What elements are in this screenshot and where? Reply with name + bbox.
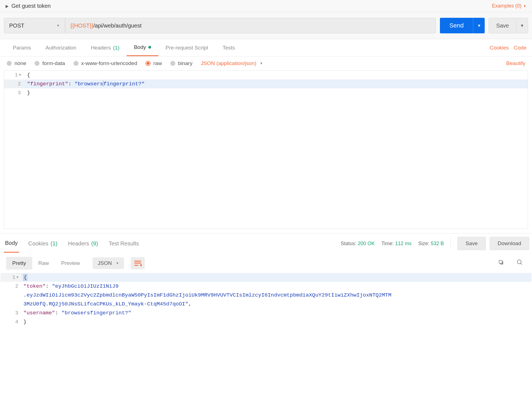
code-link[interactable]: Code xyxy=(514,45,526,51)
resp-tab-body[interactable]: Body xyxy=(4,234,19,253)
url-variable: {{HOST}} xyxy=(70,23,93,29)
http-method-value: POST xyxy=(9,23,24,29)
tab-params[interactable]: Params xyxy=(6,39,38,56)
send-options-dropdown[interactable]: ▼ xyxy=(473,18,485,33)
url-path: /api/web/auth/guest xyxy=(93,23,141,29)
tab-authorization[interactable]: Authorization xyxy=(38,39,83,56)
tab-body[interactable]: Body xyxy=(127,39,158,56)
response-view-row: Pretty Raw Preview JSON ▼ xyxy=(0,253,532,273)
wrap-lines-icon xyxy=(134,261,141,266)
view-pretty[interactable]: Pretty xyxy=(6,257,32,270)
save-response-button[interactable]: Save xyxy=(457,237,486,250)
beautify-link[interactable]: Beautify xyxy=(506,60,525,66)
svg-rect-1 xyxy=(499,260,502,263)
resp-tab-headers[interactable]: Headers (9) xyxy=(67,235,99,252)
tab-tests[interactable]: Tests xyxy=(215,39,242,56)
size-value: 532 B xyxy=(431,241,444,246)
request-title: Get guest token xyxy=(11,3,51,9)
save-button[interactable]: Save xyxy=(489,18,516,33)
download-response-button[interactable]: Download xyxy=(490,237,529,250)
request-body-editor[interactable]: 1▼ { 2 "fingerprint": "browsersfingerpri… xyxy=(4,70,528,229)
separator xyxy=(450,238,451,249)
svg-point-2 xyxy=(517,260,521,264)
request-tabs: Params Authorization Headers (1) Body Pr… xyxy=(0,39,532,56)
cookies-link[interactable]: Cookies xyxy=(490,45,509,51)
body-type-none[interactable]: none xyxy=(7,60,26,66)
body-type-x-www-form-urlencoded[interactable]: x-www-form-urlencoded xyxy=(73,60,137,66)
resp-tab-cookies[interactable]: Cookies (1) xyxy=(27,235,59,252)
examples-dropdown[interactable]: Examples (0) ▼ xyxy=(492,3,526,9)
examples-label: Examples (0) xyxy=(492,3,521,9)
send-button[interactable]: Send xyxy=(440,18,473,33)
response-meta: Status: 200 OK Time: 112 ms Size: 532 B xyxy=(341,241,444,247)
content-type-select[interactable]: JSON (application/json) ▼ xyxy=(201,60,263,66)
request-title-bar: ▶ Get guest token Examples (0) ▼ xyxy=(0,0,532,12)
view-preview[interactable]: Preview xyxy=(55,257,86,270)
response-format-select[interactable]: JSON ▼ xyxy=(93,257,124,269)
tab-headers[interactable]: Headers (1) xyxy=(83,39,127,56)
search-response-icon[interactable] xyxy=(514,257,526,269)
time-value: 112 ms xyxy=(395,241,412,246)
request-url-row: POST ▼ {{HOST}}/api/web/auth/guest Send … xyxy=(0,12,532,39)
modified-dot-icon xyxy=(148,46,151,49)
view-mode-segment: Pretty Raw Preview xyxy=(6,257,86,270)
body-type-raw[interactable]: raw xyxy=(146,60,162,66)
save-button-group: Save ▼ xyxy=(489,18,528,33)
toggle-wrap-button[interactable] xyxy=(131,257,145,269)
response-body-viewer[interactable]: 1▼ { 2 "token": "eyJhbGciOiJIUzI1NiJ9 .e… xyxy=(1,273,531,326)
tab-prerequest[interactable]: Pre-request Script xyxy=(158,39,215,56)
view-raw[interactable]: Raw xyxy=(32,257,55,270)
http-method-select[interactable]: POST ▼ xyxy=(4,18,65,33)
svg-line-3 xyxy=(521,263,522,265)
response-header: Body Cookies (1) Headers (9) Test Result… xyxy=(0,233,532,253)
save-options-dropdown[interactable]: ▼ xyxy=(516,18,528,33)
fold-icon[interactable]: ▼ xyxy=(19,73,21,77)
copy-response-icon[interactable] xyxy=(495,258,507,269)
request-url-input[interactable]: {{HOST}}/api/web/auth/guest xyxy=(65,18,436,33)
body-type-row: none form-data x-www-form-urlencoded raw… xyxy=(0,56,532,70)
chevron-down-icon: ▼ xyxy=(523,4,526,8)
send-button-group: Send ▼ xyxy=(440,18,485,33)
chevron-down-icon: ▼ xyxy=(116,261,119,265)
fold-icon[interactable]: ▼ xyxy=(16,276,18,279)
status-value: 200 OK xyxy=(358,241,375,246)
chevron-down-icon: ▼ xyxy=(56,24,60,28)
response-tabs: Body Cookies (1) Headers (9) Test Result… xyxy=(3,234,140,253)
collapse-caret-icon[interactable]: ▶ xyxy=(6,4,9,8)
resp-tab-test-results[interactable]: Test Results xyxy=(107,235,140,252)
chevron-down-icon: ▼ xyxy=(260,61,263,65)
body-type-form-data[interactable]: form-data xyxy=(35,60,65,66)
body-type-binary[interactable]: binary xyxy=(170,60,193,66)
